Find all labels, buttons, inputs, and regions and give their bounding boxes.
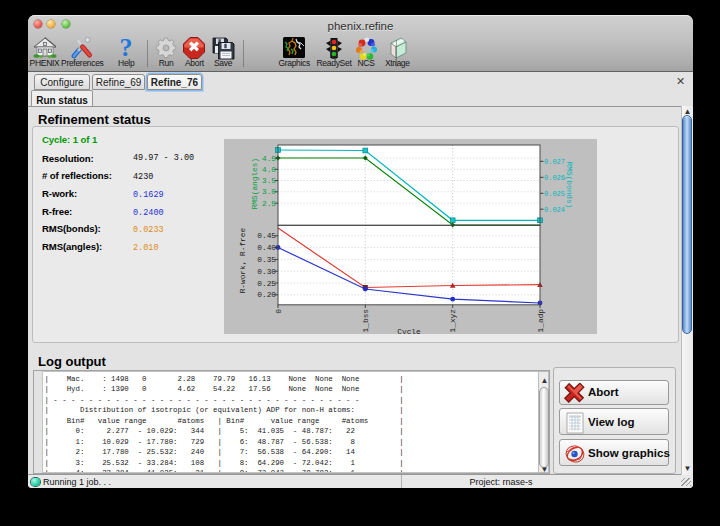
svg-text:Cycle: Cycle <box>397 328 421 335</box>
svg-text:0.026: 0.026 <box>544 174 565 182</box>
svg-text:1_bss: 1_bss <box>362 309 370 333</box>
svg-text:0: 0 <box>275 309 283 314</box>
svg-text:1_adp: 1_adp <box>537 309 545 333</box>
svg-text:3.5: 3.5 <box>262 177 276 185</box>
svg-text:0.35: 0.35 <box>257 256 276 264</box>
svg-text:4.0: 4.0 <box>262 166 276 174</box>
svg-text:R-work, R-free: R-work, R-free <box>240 228 248 294</box>
svg-text:3.0: 3.0 <box>262 188 276 196</box>
svg-text:RMS(angles): RMS(angles) <box>251 158 259 209</box>
svg-text:0.024: 0.024 <box>544 206 565 214</box>
svg-text:RMS(bonds): RMS(bonds) <box>565 162 573 209</box>
svg-text:0.025: 0.025 <box>544 190 565 198</box>
svg-text:0.45: 0.45 <box>257 232 276 240</box>
svg-text:0.25: 0.25 <box>257 280 276 288</box>
svg-text:4.5: 4.5 <box>262 155 276 163</box>
svg-text:0.027: 0.027 <box>544 158 565 166</box>
svg-text:?: ? <box>120 37 133 59</box>
svg-text:0.40: 0.40 <box>257 244 276 252</box>
svg-text:0.30: 0.30 <box>257 268 276 276</box>
svg-text:2.5: 2.5 <box>262 200 276 208</box>
svg-text:1_xyz: 1_xyz <box>449 309 457 333</box>
svg-text:0.20: 0.20 <box>257 291 276 299</box>
